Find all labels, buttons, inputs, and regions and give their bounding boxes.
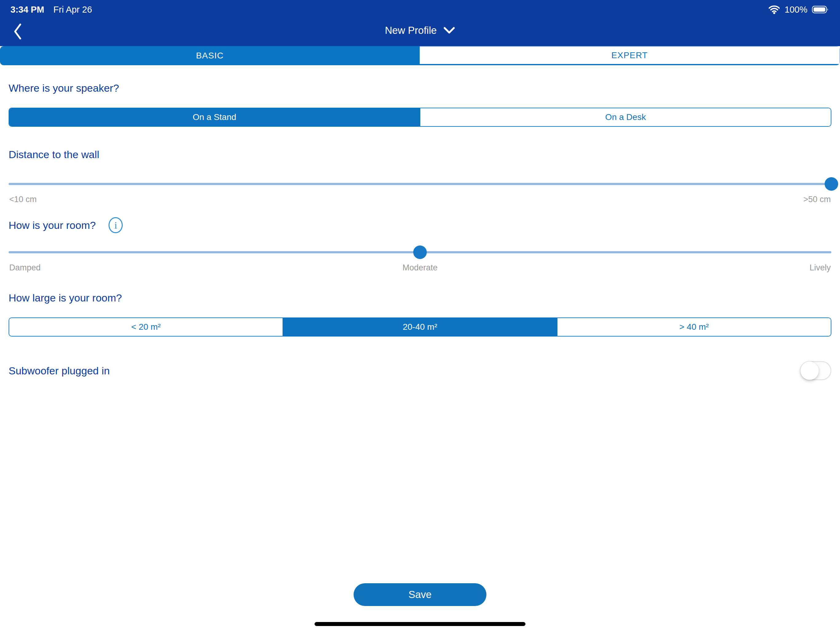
room-acoustics-mid-label: Moderate (403, 263, 437, 272)
option-room-medium[interactable]: 20-40 m² (283, 318, 556, 336)
option-on-a-stand[interactable]: On a Stand (9, 108, 420, 126)
wall-distance-max-label: >50 cm (804, 195, 831, 204)
subwoofer-toggle[interactable] (800, 361, 831, 380)
tab-expert[interactable]: EXPERT (420, 46, 840, 65)
wall-distance-slider[interactable] (9, 177, 831, 191)
subwoofer-label: Subwoofer plugged in (9, 364, 110, 377)
tab-basic[interactable]: BASIC (0, 46, 420, 65)
info-icon: i (114, 220, 117, 230)
status-bar: 3:34 PM Fri Apr 26 100% (0, 0, 840, 15)
chevron-down-icon (444, 27, 455, 34)
speaker-position-segmented-control: On a Stand On a Desk (9, 108, 831, 127)
room-size-question: How large is your room? (9, 291, 831, 304)
profile-title-dropdown[interactable]: New Profile (385, 25, 455, 36)
wall-distance-slider-thumb[interactable] (825, 177, 838, 191)
toggle-knob (801, 361, 819, 380)
nav-bar: New Profile (0, 15, 840, 46)
room-acoustics-slider-thumb[interactable] (413, 245, 427, 259)
speaker-position-question: Where is your speaker? (9, 81, 831, 95)
wifi-icon (768, 5, 780, 14)
battery-icon (812, 5, 829, 14)
option-on-a-desk[interactable]: On a Desk (420, 108, 831, 126)
page-title: New Profile (385, 25, 437, 36)
option-room-small[interactable]: < 20 m² (9, 318, 283, 336)
wall-distance-min-label: <10 cm (9, 195, 36, 204)
info-button[interactable]: i (109, 217, 123, 233)
slider-track (9, 183, 831, 185)
home-indicator[interactable] (314, 622, 526, 626)
room-acoustics-slider-labels: Damped Moderate Lively (9, 263, 831, 272)
room-acoustics-question: How is your room? (9, 218, 96, 232)
wall-distance-slider-labels: <10 cm >50 cm (9, 195, 831, 204)
option-room-large[interactable]: > 40 m² (557, 318, 831, 336)
settings-form: Where is your speaker? On a Stand On a D… (0, 81, 840, 381)
room-acoustics-max-label: Lively (810, 263, 831, 272)
app-header: 3:34 PM Fri Apr 26 100% (0, 0, 840, 46)
status-time: 3:34 PM (11, 5, 44, 15)
status-date: Fri Apr 26 (54, 5, 92, 15)
wall-distance-question: Distance to the wall (9, 148, 831, 161)
tab-bar: BASIC EXPERT (0, 46, 840, 65)
room-acoustics-slider[interactable] (9, 245, 831, 259)
room-acoustics-min-label: Damped (9, 263, 41, 272)
chevron-left-icon (13, 23, 22, 40)
save-button[interactable]: Save (354, 583, 486, 606)
back-button[interactable] (13, 23, 22, 40)
battery-percent-label: 100% (785, 5, 807, 15)
room-size-segmented-control: < 20 m² 20-40 m² > 40 m² (9, 317, 831, 337)
